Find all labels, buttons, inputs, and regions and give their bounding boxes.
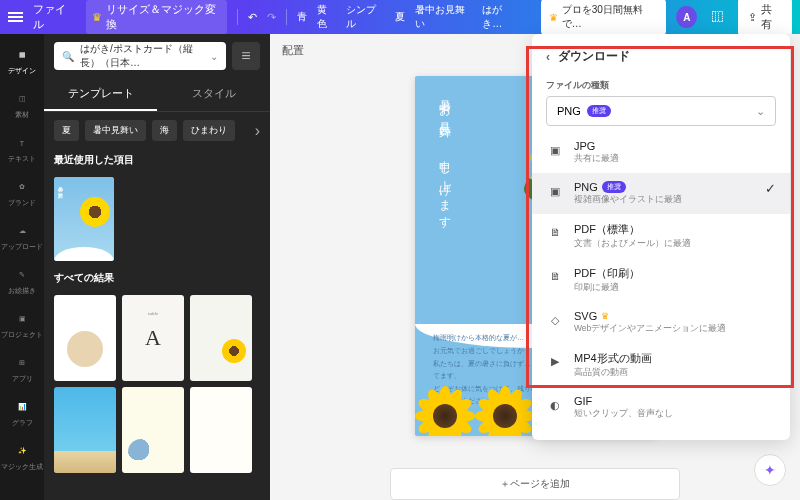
chip[interactable]: ひまわり xyxy=(183,120,235,141)
divider xyxy=(237,9,238,25)
file-type-label: ファイルの種類 xyxy=(532,71,790,96)
chevron-down-icon: ⌄ xyxy=(210,51,218,62)
option-name: SVG xyxy=(574,310,597,322)
template-card[interactable]: 暑中お見舞い xyxy=(54,177,114,261)
rail-label: お絵描き xyxy=(8,286,36,296)
recent-title: 最近使用した項目 xyxy=(44,149,270,171)
rail-elements[interactable]: ◫素材 xyxy=(0,84,44,126)
search-icon: 🔍 xyxy=(62,51,74,62)
template-card[interactable] xyxy=(54,295,116,381)
doc-title-tag[interactable]: 青 xyxy=(297,10,307,24)
option-desc: 短いクリップ、音声なし xyxy=(574,408,776,420)
rail-label: テキスト xyxy=(8,154,36,164)
template-card[interactable] xyxy=(54,387,116,473)
redo-icon[interactable]: ↷ xyxy=(267,11,276,24)
selected-value: PNG xyxy=(557,105,581,117)
rail-label: デザイン xyxy=(8,66,36,76)
rail-apps[interactable]: ⊞アプリ xyxy=(0,348,44,390)
analytics-icon[interactable]: ⿲ xyxy=(707,6,728,28)
rail-graph[interactable]: 📊グラフ xyxy=(0,392,44,434)
resize-button[interactable]: ♛リサイズ＆マジック変換 xyxy=(86,0,228,34)
results-title: すべての結果 xyxy=(44,267,270,289)
rail-label: マジック生成 xyxy=(1,462,43,472)
filetype-icon: ▶ xyxy=(546,352,564,370)
filetype-icon: ◇ xyxy=(546,311,564,329)
chip[interactable]: 暑中見舞い xyxy=(85,120,146,141)
option-name: GIF xyxy=(574,395,592,407)
search-input[interactable]: 🔍 はがき/ポストカード（縦長）（日本… ⌄ xyxy=(54,42,226,70)
recommended-badge: 推奨 xyxy=(602,181,626,193)
file-type-option[interactable]: 🗎PDF（印刷）印刷に最適 xyxy=(532,258,790,302)
doc-title-tag: はがき… xyxy=(482,3,520,31)
rail-magic[interactable]: ✨マジック生成 xyxy=(0,436,44,478)
doc-title-tag: シンプル xyxy=(346,3,384,31)
search-value: はがき/ポストカード（縦長）（日本… xyxy=(80,42,204,70)
rail-label: アプリ xyxy=(12,374,33,384)
resize-label: リサイズ＆マジック変換 xyxy=(106,2,222,32)
template-card[interactable] xyxy=(190,387,252,473)
recommended-badge: 推奨 xyxy=(587,105,611,117)
option-desc: 印刷に最適 xyxy=(574,282,776,294)
undo-icon[interactable]: ↶ xyxy=(248,11,257,24)
menu-icon[interactable] xyxy=(8,12,23,22)
doc-title-tag: 黄色 xyxy=(317,3,336,31)
file-type-option[interactable]: ◇SVG♛Webデザインやアニメーションに最適 xyxy=(532,302,790,343)
file-type-option[interactable]: ▶MP4形式の動画高品質の動画 xyxy=(532,343,790,387)
filter-button[interactable]: ≡ xyxy=(232,42,260,70)
upload-icon: ⇪ xyxy=(748,11,757,24)
chip[interactable]: 夏 xyxy=(54,120,79,141)
option-desc: 高品質の動画 xyxy=(574,367,776,379)
file-type-option[interactable]: 🗎PDF（標準）文書（およびメール）に最適 xyxy=(532,214,790,258)
add-page-button[interactable]: ＋ページを追加 xyxy=(390,468,680,500)
crown-icon: ♛ xyxy=(92,11,102,24)
filetype-icon: 🗎 xyxy=(546,267,564,285)
chevron-right-icon[interactable]: › xyxy=(255,122,260,140)
crown-icon: ♛ xyxy=(601,311,609,321)
option-name: PDF（印刷） xyxy=(574,266,640,281)
download-panel: ‹ ダウンロード ファイルの種類 PNG 推奨 ⌄ ▣JPG共有に最適▣PNG推… xyxy=(532,34,790,440)
chevron-down-icon: ⌄ xyxy=(756,105,765,118)
file-type-option[interactable]: ▣PNG推奨複雑画像やイラストに最適✓ xyxy=(532,173,790,214)
check-icon: ✓ xyxy=(765,181,776,196)
template-card[interactable]: A xyxy=(122,295,184,381)
postcard-title: 暑中お見舞い 申し上げます xyxy=(433,90,456,225)
chip[interactable]: 海 xyxy=(152,120,177,141)
rail-design[interactable]: ▦デザイン xyxy=(0,40,44,82)
doc-title-tag: 暑中お見舞い xyxy=(415,3,473,31)
pro-trial-button[interactable]: ♛プロを30日間無料で… xyxy=(541,0,667,35)
option-name: PDF（標準） xyxy=(574,222,640,237)
file-type-option[interactable]: ▣JPG共有に最適 xyxy=(532,132,790,173)
back-icon[interactable]: ‹ xyxy=(546,50,550,64)
divider xyxy=(286,9,287,25)
option-name: MP4形式の動画 xyxy=(574,351,652,366)
file-menu[interactable]: ファイル xyxy=(33,2,75,32)
file-type-select[interactable]: PNG 推奨 ⌄ xyxy=(546,96,776,126)
rail-label: アップロード xyxy=(1,242,43,252)
option-desc: Webデザインやアニメーションに最適 xyxy=(574,323,776,335)
magic-button[interactable]: ✦ xyxy=(754,454,786,486)
option-desc: 共有に最適 xyxy=(574,153,776,165)
option-desc: 文書（およびメール）に最適 xyxy=(574,238,776,250)
share-label: 共有 xyxy=(761,2,782,32)
option-name: PNG xyxy=(574,181,598,193)
rail-draw[interactable]: ✎お絵描き xyxy=(0,260,44,302)
template-card[interactable] xyxy=(122,387,184,473)
rail-upload[interactable]: ☁アップロード xyxy=(0,216,44,258)
rail-text[interactable]: Tテキスト xyxy=(0,128,44,170)
filetype-icon: ◐ xyxy=(546,396,564,414)
rail-brand[interactable]: ✿ブランド xyxy=(0,172,44,214)
card-preview-text: 暑中お見舞い xyxy=(58,183,64,195)
template-card[interactable] xyxy=(190,295,252,381)
avatar[interactable]: A xyxy=(676,6,697,28)
option-desc: 複雑画像やイラストに最適 xyxy=(574,194,755,206)
tab-styles[interactable]: スタイル xyxy=(157,78,270,111)
rail-label: グラフ xyxy=(12,418,33,428)
rail-label: ブランド xyxy=(8,198,36,208)
rail-label: 素材 xyxy=(15,110,29,120)
rail-projects[interactable]: ▣プロジェクト xyxy=(0,304,44,346)
tab-templates[interactable]: テンプレート xyxy=(44,78,157,111)
share-button[interactable]: ⇪共有 xyxy=(738,0,792,36)
file-type-option[interactable]: ◐GIF短いクリップ、音声なし xyxy=(532,387,790,428)
download-title: ダウンロード xyxy=(558,48,630,65)
rail-label: プロジェクト xyxy=(1,330,43,340)
